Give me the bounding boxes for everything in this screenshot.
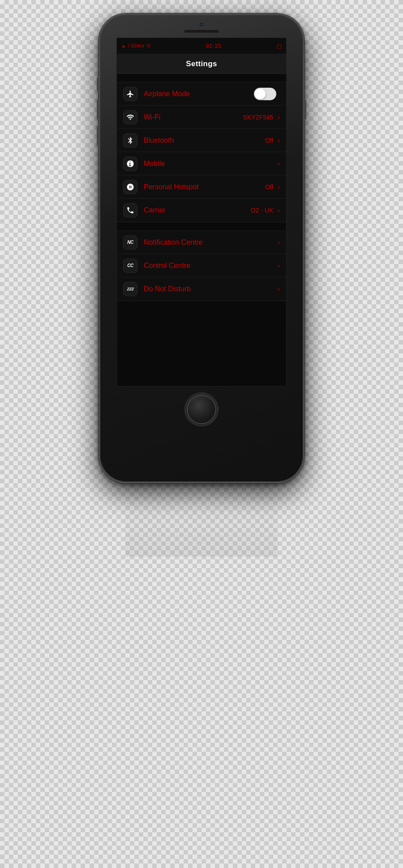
phone-wrapper: ▲ l SS4ca ✆ 02:15 ▢ Settings: [94, 13, 309, 557]
cc-icon-text: CC: [127, 263, 133, 268]
bluetooth-label: Bluetooth: [144, 136, 265, 145]
connectivity-section: Airplane Mode Wi-Fi SKY2F545: [117, 82, 286, 222]
notification-centre-icon-container: NC: [123, 235, 137, 250]
airplane-mode-toggle[interactable]: [254, 88, 276, 100]
screen: ▲ l SS4ca ✆ 02:15 ▢ Settings: [116, 38, 287, 387]
volume-down-button[interactable]: [97, 125, 99, 146]
control-centre-label: Control Centre: [144, 262, 277, 270]
carrier-value: O2 - UK: [251, 207, 274, 214]
do-not-disturb-chevron: ›: [278, 285, 280, 293]
phone-top-area: [99, 14, 304, 33]
page-title: Settings: [186, 60, 217, 68]
carrier-row[interactable]: Carrier O2 - UK ›: [117, 199, 286, 222]
status-time: 02:15: [206, 43, 222, 49]
bluetooth-icon-container: [123, 133, 137, 148]
carrier-label-text: Carrier: [144, 206, 251, 214]
carrier-icon-container: [123, 203, 137, 217]
personal-hotspot-value: Off: [265, 183, 273, 191]
status-left: ▲ l SS4ca ✆: [121, 43, 150, 48]
do-not-disturb-icon-container: ZZZ: [123, 282, 137, 296]
zzz-icon-text: ZZZ: [127, 287, 134, 291]
airplane-mode-icon-container: [123, 87, 137, 101]
carrier-phone-icon: [126, 206, 134, 214]
wifi-icon-container: [123, 110, 137, 124]
bluetooth-icon: [126, 136, 134, 145]
front-camera: [199, 22, 204, 27]
airplane-mode-label: Airplane Mode: [144, 90, 254, 98]
speaker-grille: [186, 30, 217, 32]
hotspot-icon: [126, 183, 134, 191]
status-bar: ▲ l SS4ca ✆ 02:15 ▢: [117, 38, 286, 54]
bluetooth-value: Off: [265, 137, 273, 144]
toggle-knob: [255, 89, 266, 99]
do-not-disturb-row[interactable]: ZZZ Do Not Disturb ›: [117, 277, 286, 301]
power-button[interactable]: [304, 99, 306, 120]
nc-icon-text: NC: [127, 240, 133, 245]
personal-hotspot-row[interactable]: Personal Hotspot Off ›: [117, 175, 286, 199]
airplane-icon: [126, 90, 134, 98]
nav-bar: Settings: [117, 54, 286, 74]
bluetooth-row[interactable]: Bluetooth Off ›: [117, 129, 286, 152]
volume-up-button[interactable]: [97, 99, 99, 120]
notification-centre-row[interactable]: NC Notification Centre ›: [117, 231, 286, 254]
notification-centre-label: Notification Centre: [144, 238, 277, 247]
earpiece-speaker: [184, 30, 219, 33]
airplane-mode-row[interactable]: Airplane Mode: [117, 82, 286, 106]
home-button[interactable]: [187, 395, 216, 424]
mobile-label: Mobile: [144, 160, 277, 168]
call-icon: ✆: [147, 43, 150, 48]
personal-hotspot-chevron: ›: [278, 183, 280, 191]
battery-icon: ▢: [277, 43, 282, 49]
bluetooth-chevron: ›: [278, 137, 280, 144]
wifi-row[interactable]: Wi-Fi SKY2F545 ›: [117, 106, 286, 129]
wifi-chevron: ›: [278, 114, 280, 121]
control-centre-chevron: ›: [278, 262, 280, 269]
mobile-chevron: ›: [278, 160, 280, 167]
wifi-icon: [126, 113, 134, 121]
mobile-icon-container: [123, 157, 137, 171]
notifications-section: NC Notification Centre › CC Control Cent…: [117, 230, 286, 301]
personal-hotspot-label: Personal Hotspot: [144, 183, 265, 191]
home-button-area: [187, 395, 216, 424]
mute-button[interactable]: [97, 77, 99, 91]
notification-centre-chevron: ›: [278, 239, 280, 246]
signal-icon: ▲ l: [121, 43, 129, 48]
phone-body: ▲ l SS4ca ✆ 02:15 ▢ Settings: [99, 13, 304, 483]
carrier-label: SS4ca: [131, 43, 144, 48]
carrier-chevron: ›: [278, 207, 280, 214]
mobile-data-icon: [126, 160, 134, 168]
hotspot-icon-container: [123, 180, 137, 194]
wifi-value: SKY2F545: [243, 114, 274, 121]
settings-content: Airplane Mode Wi-Fi SKY2F545: [117, 74, 286, 301]
do-not-disturb-label: Do Not Disturb: [144, 285, 277, 293]
mobile-row[interactable]: Mobile ›: [117, 152, 286, 175]
wifi-label: Wi-Fi: [144, 113, 243, 121]
status-right: ▢: [277, 43, 282, 49]
control-centre-row[interactable]: CC Control Centre ›: [117, 254, 286, 277]
control-centre-icon-container: CC: [123, 259, 137, 273]
screen-reflection: [125, 485, 278, 557]
